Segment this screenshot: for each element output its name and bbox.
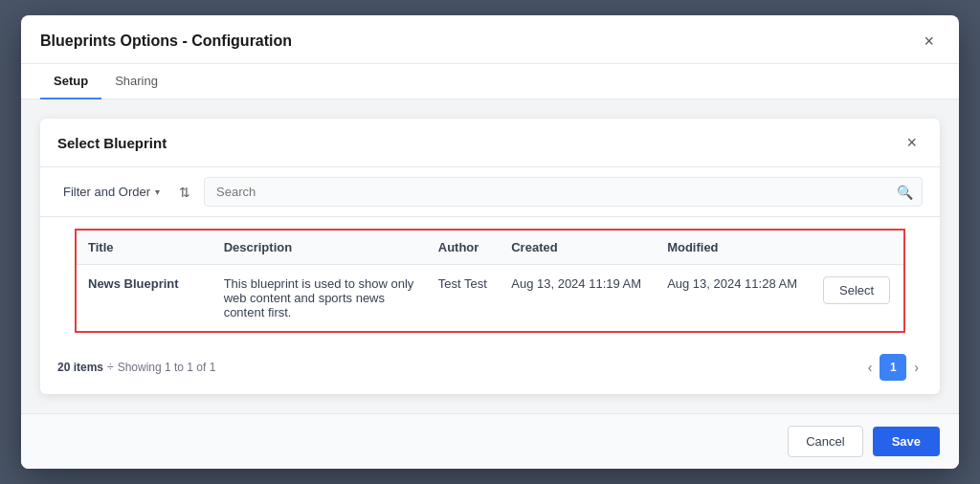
table-container: Title Description Author Created Modifie…: [40, 229, 940, 333]
column-created: Created: [500, 230, 656, 265]
column-description: Description: [212, 230, 427, 265]
inner-close-button[interactable]: ×: [901, 132, 923, 153]
outer-modal-title: Blueprints Options - Configuration: [40, 33, 292, 50]
column-title: Title: [76, 230, 212, 265]
search-wrapper: 🔍: [204, 177, 923, 207]
items-info: 20 items ÷ Showing 1 to 1 of 1: [57, 361, 215, 374]
prev-page-button[interactable]: ‹: [864, 358, 877, 377]
showing-text: Showing 1 to 1 of 1: [118, 361, 216, 374]
sort-icon-button[interactable]: ⇅: [173, 181, 196, 204]
inner-modal: Select Blueprint × Filter and Order ▾ ⇅ …: [40, 119, 940, 394]
column-action: [812, 230, 904, 265]
outer-close-button[interactable]: ×: [918, 31, 940, 52]
row-author: Test Test: [427, 265, 500, 333]
outer-modal-footer: Cancel Save: [21, 413, 959, 469]
search-input[interactable]: [204, 177, 923, 207]
outer-modal-header: Blueprints Options - Configuration ×: [21, 15, 959, 64]
pagination-bar: 20 items ÷ Showing 1 to 1 of 1 ‹ 1 ›: [40, 344, 940, 394]
items-indicator: ÷: [107, 361, 114, 374]
table-header-row: Title Description Author Created Modifie…: [76, 230, 904, 265]
row-title: News Blueprint: [76, 265, 212, 333]
table-row: News Blueprint This blueprint is used to…: [76, 265, 904, 333]
search-icon: 🔍: [897, 185, 913, 200]
page-1-button[interactable]: 1: [880, 354, 906, 381]
column-modified: Modified: [656, 230, 812, 265]
filter-order-label: Filter and Order: [63, 185, 150, 199]
items-count: 20 items: [57, 361, 103, 374]
column-author: Author: [427, 230, 500, 265]
outer-modal-body: Select Blueprint × Filter and Order ▾ ⇅ …: [21, 99, 959, 413]
sort-icon: ⇅: [179, 185, 190, 200]
inner-modal-title: Select Blueprint: [57, 135, 167, 151]
next-page-button[interactable]: ›: [910, 358, 923, 377]
filter-order-button[interactable]: Filter and Order ▾: [57, 181, 166, 203]
tab-setup[interactable]: Setup: [40, 64, 101, 99]
row-action: Select: [812, 265, 904, 333]
cancel-button[interactable]: Cancel: [788, 426, 862, 457]
inner-modal-header: Select Blueprint ×: [40, 119, 940, 167]
save-button[interactable]: Save: [873, 427, 940, 456]
filter-chevron-icon: ▾: [155, 187, 160, 197]
outer-modal-tabs: Setup Sharing: [21, 64, 959, 99]
row-modified: Aug 13, 2024 11:28 AM: [656, 265, 812, 333]
outer-modal: Blueprints Options - Configuration × Set…: [21, 15, 959, 469]
tab-sharing[interactable]: Sharing: [101, 64, 171, 99]
select-blueprint-button[interactable]: Select: [823, 276, 890, 304]
row-created: Aug 13, 2024 11:19 AM: [500, 265, 656, 333]
blueprint-table: Title Description Author Created Modifie…: [75, 229, 905, 333]
pagination-controls: ‹ 1 ›: [864, 354, 923, 381]
inner-toolbar: Filter and Order ▾ ⇅ 🔍: [40, 167, 940, 217]
row-description: This blueprint is used to show only web …: [212, 265, 427, 333]
